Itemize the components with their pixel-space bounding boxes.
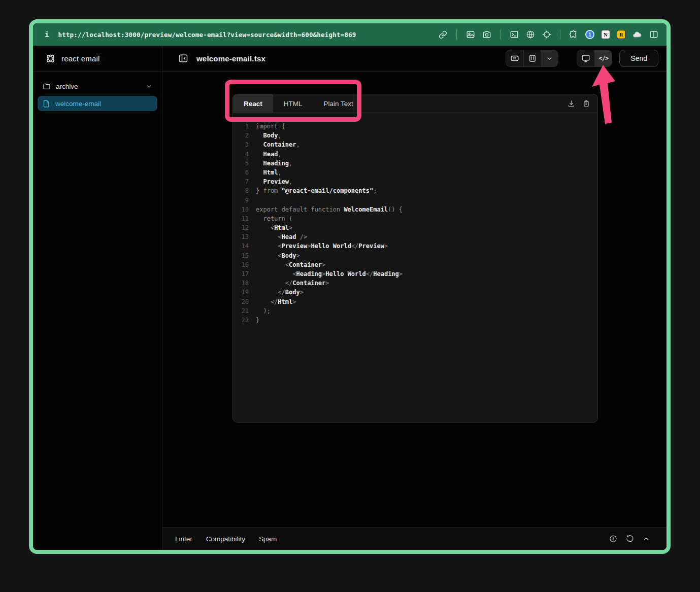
code-line: 1import {	[233, 122, 597, 131]
line-content: <Html>	[256, 223, 292, 232]
sidebar-header: react email	[33, 46, 162, 72]
folder-icon	[43, 82, 51, 90]
line-number: 6	[233, 168, 249, 177]
line-content: import {	[256, 122, 285, 131]
info-icon[interactable]	[609, 535, 617, 543]
line-number: 21	[233, 306, 249, 316]
page-info-icon[interactable]: i	[45, 30, 49, 39]
urlbar-separator	[500, 29, 501, 40]
cloud-icon[interactable]	[632, 30, 642, 40]
tab-react[interactable]: React	[233, 94, 273, 113]
source-code-panel: React HTML Plain Text	[232, 94, 598, 423]
line-number: 13	[233, 232, 249, 241]
line-number: 2	[233, 131, 249, 140]
line-number: 18	[233, 278, 249, 288]
terminal-icon[interactable]	[509, 30, 519, 40]
code-line: 9	[233, 196, 597, 205]
line-number: 10	[233, 205, 249, 214]
sidebar-item-welcome-email[interactable]: welcome-email	[38, 96, 157, 111]
react-email-logo-icon	[45, 53, 56, 64]
line-content: Container,	[256, 140, 300, 149]
line-number: 8	[233, 186, 249, 195]
camera-icon[interactable]	[482, 30, 491, 40]
urlbar-separator	[560, 29, 560, 40]
main-panel: welcome-email.tsx	[162, 46, 666, 550]
app-root: react email archive wel	[33, 46, 666, 550]
code-panel-actions	[568, 94, 597, 113]
download-icon[interactable]	[568, 100, 575, 108]
collapse-sidebar-icon[interactable]	[178, 53, 188, 63]
code-line: 5 Heading,	[233, 159, 597, 168]
globe-icon[interactable]	[525, 30, 535, 40]
code-line: 12 <Html>	[233, 223, 597, 232]
refresh-icon[interactable]	[626, 535, 634, 543]
sidebar-item-label: welcome-email	[55, 100, 101, 108]
viewport-width-button[interactable]	[506, 50, 523, 66]
code-line: 21 );	[233, 306, 597, 316]
code-line: 19 </Body>	[233, 288, 597, 297]
url-text[interactable]: http://localhost:3000/preview/welcome-em…	[58, 31, 356, 39]
viewport-dropdown-button[interactable]	[541, 50, 558, 66]
code-line: 7 Preview,	[233, 177, 597, 186]
code-lines: 1import {2 Body,3 Container,4 Head,5 Hea…	[233, 122, 597, 325]
tab-compatibility[interactable]: Compatibility	[206, 535, 245, 543]
extensions-puzzle-icon[interactable]	[569, 30, 579, 40]
image-capture-icon[interactable]	[465, 30, 475, 40]
code-icon: </>	[598, 55, 608, 62]
line-content: } from "@react-email/components";	[256, 186, 377, 195]
split-view-icon[interactable]	[649, 30, 658, 40]
line-number: 12	[233, 223, 249, 232]
code-tab-bar: React HTML Plain Text	[233, 94, 597, 113]
line-number: 14	[233, 241, 249, 251]
code-line: 22}	[233, 316, 597, 325]
line-number: 1	[233, 122, 249, 131]
main-content: React HTML Plain Text	[162, 72, 666, 527]
code-line: 16 <Container>	[233, 260, 597, 269]
chevron-up-icon[interactable]	[643, 535, 650, 542]
tab-html[interactable]: HTML	[273, 94, 313, 113]
code-line: 11 return (	[233, 214, 597, 223]
code-line: 13 <Head />	[233, 232, 597, 241]
viewport-height-button[interactable]	[523, 50, 541, 66]
tab-linter[interactable]: Linter	[175, 535, 192, 543]
viewport-size-control	[506, 50, 558, 67]
copy-link-icon[interactable]	[438, 30, 448, 40]
copy-clipboard-icon[interactable]	[583, 100, 590, 108]
chevron-down-icon[interactable]	[146, 83, 152, 90]
browser-url-bar[interactable]: i http://localhost:3000/preview/welcome-…	[33, 23, 666, 46]
sidebar: react email archive wel	[33, 46, 162, 550]
line-content: <Body>	[256, 251, 300, 260]
urlbar-separator	[456, 29, 457, 40]
notion-extension-icon[interactable]: N	[601, 30, 610, 39]
line-content: Preview,	[256, 177, 292, 186]
line-content: <Preview>Hello World</Preview>	[256, 241, 388, 251]
line-content: Body,	[256, 131, 282, 140]
line-number: 15	[233, 251, 249, 260]
file-icon	[43, 100, 50, 108]
line-number: 16	[233, 260, 249, 269]
send-button[interactable]: Send	[619, 50, 658, 67]
code-line: 4 Head,	[233, 150, 597, 159]
line-number: 5	[233, 159, 249, 168]
source-mode-button[interactable]: </>	[594, 50, 612, 66]
sidebar-folder-archive[interactable]: archive	[38, 79, 157, 94]
onepassword-extension-icon[interactable]: 1	[585, 30, 594, 39]
line-content: }	[256, 316, 259, 325]
line-content: );	[256, 306, 271, 316]
code-line: 18 </Container>	[233, 278, 597, 288]
line-number: 9	[233, 196, 249, 205]
code-line: 17 <Heading>Hello World</Heading>	[233, 269, 597, 278]
tab-spam[interactable]: Spam	[259, 535, 277, 543]
code-line: 20 </Html>	[233, 297, 597, 306]
tab-plain-text[interactable]: Plain Text	[313, 94, 364, 113]
bottombar-actions	[609, 535, 654, 543]
preview-mode-button[interactable]	[577, 50, 594, 66]
r-extension-icon[interactable]: R	[617, 30, 626, 39]
browser-window: i http://localhost:3000/preview/welcome-…	[29, 19, 671, 554]
line-number: 7	[233, 177, 249, 186]
line-content: </Html>	[256, 297, 296, 306]
code-line: 2 Body,	[233, 131, 597, 140]
code-editor[interactable]: 1import {2 Body,3 Container,4 Head,5 Hea…	[233, 113, 597, 422]
target-icon[interactable]	[542, 30, 551, 40]
line-number: 4	[233, 150, 249, 159]
